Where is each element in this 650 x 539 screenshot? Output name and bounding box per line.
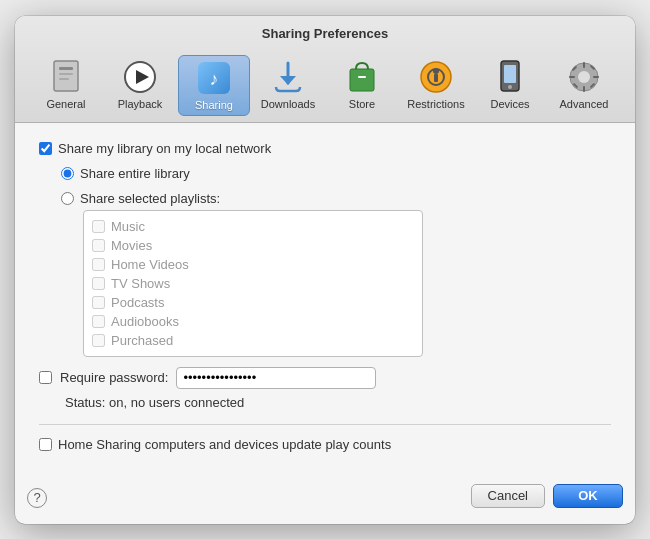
cancel-button[interactable]: Cancel bbox=[471, 484, 545, 508]
require-password-checkbox[interactable] bbox=[39, 371, 52, 384]
tab-general-label: General bbox=[46, 98, 85, 110]
playlist-box: Music Movies Home Videos TV Shows Podcas… bbox=[83, 210, 423, 357]
list-item: Podcasts bbox=[92, 293, 414, 312]
share-library-checkbox[interactable] bbox=[39, 142, 52, 155]
playlist-music-label: Music bbox=[111, 219, 145, 234]
playlist-purchased-checkbox[interactable] bbox=[92, 334, 105, 347]
footer: ? Cancel OK bbox=[15, 484, 635, 524]
svg-point-12 bbox=[433, 68, 439, 74]
password-row: Require password: bbox=[39, 367, 611, 389]
tab-sharing-label: Sharing bbox=[195, 99, 233, 111]
home-sharing-checkbox[interactable] bbox=[39, 438, 52, 451]
list-item: Purchased bbox=[92, 331, 414, 350]
tab-general[interactable]: General bbox=[30, 55, 102, 116]
divider bbox=[39, 424, 611, 425]
share-library-row: Share my library on my local network bbox=[39, 141, 611, 156]
titlebar: Sharing Preferences General bbox=[15, 16, 635, 123]
toolbar: General Playback bbox=[15, 49, 635, 122]
password-input[interactable] bbox=[176, 367, 376, 389]
tab-downloads-label: Downloads bbox=[261, 98, 315, 110]
svg-text:♪: ♪ bbox=[210, 69, 219, 89]
button-row: Cancel OK bbox=[471, 484, 623, 512]
playlist-tvshows-checkbox[interactable] bbox=[92, 277, 105, 290]
svg-rect-1 bbox=[59, 67, 73, 70]
svg-rect-3 bbox=[59, 78, 69, 80]
store-icon bbox=[344, 59, 380, 95]
window-title: Sharing Preferences bbox=[15, 26, 635, 41]
playlist-movies-checkbox[interactable] bbox=[92, 239, 105, 252]
svg-rect-21 bbox=[569, 76, 575, 78]
tab-advanced[interactable]: Advanced bbox=[548, 55, 620, 116]
list-item: Music bbox=[92, 217, 414, 236]
svg-rect-15 bbox=[504, 65, 516, 83]
tab-devices[interactable]: Devices bbox=[474, 55, 546, 116]
svg-point-16 bbox=[508, 85, 512, 89]
playlist-podcasts-checkbox[interactable] bbox=[92, 296, 105, 309]
playlist-homevideos-label: Home Videos bbox=[111, 257, 189, 272]
devices-icon bbox=[492, 59, 528, 95]
svg-rect-22 bbox=[593, 76, 599, 78]
svg-rect-0 bbox=[54, 61, 78, 91]
help-button[interactable]: ? bbox=[27, 488, 47, 508]
playlist-movies-label: Movies bbox=[111, 238, 152, 253]
share-entire-row: Share entire library bbox=[61, 166, 611, 181]
tab-restrictions-label: Restrictions bbox=[407, 98, 464, 110]
tab-store[interactable]: Store bbox=[326, 55, 398, 116]
share-selected-radio[interactable] bbox=[61, 192, 74, 205]
svg-rect-19 bbox=[583, 62, 585, 68]
status-text: Status: on, no users connected bbox=[65, 395, 611, 410]
tab-advanced-label: Advanced bbox=[560, 98, 609, 110]
share-entire-label[interactable]: Share entire library bbox=[80, 166, 190, 181]
downloads-icon bbox=[270, 59, 306, 95]
svg-rect-8 bbox=[350, 69, 374, 91]
svg-rect-2 bbox=[59, 73, 73, 75]
share-selected-label[interactable]: Share selected playlists: bbox=[80, 191, 220, 206]
tab-downloads[interactable]: Downloads bbox=[252, 55, 324, 116]
playback-icon bbox=[122, 59, 158, 95]
playlist-purchased-label: Purchased bbox=[111, 333, 173, 348]
tab-playback[interactable]: Playback bbox=[104, 55, 176, 116]
tab-restrictions[interactable]: Restrictions bbox=[400, 55, 472, 116]
home-sharing-label[interactable]: Home Sharing computers and devices updat… bbox=[58, 437, 391, 452]
share-selected-row: Share selected playlists: bbox=[61, 191, 611, 206]
list-item: Audiobooks bbox=[92, 312, 414, 331]
svg-rect-9 bbox=[358, 76, 366, 78]
playlist-music-checkbox[interactable] bbox=[92, 220, 105, 233]
home-sharing-row: Home Sharing computers and devices updat… bbox=[39, 437, 611, 452]
sharing-icon: ♪ bbox=[196, 60, 232, 96]
svg-rect-13 bbox=[434, 74, 438, 82]
general-icon bbox=[48, 59, 84, 95]
tab-playback-label: Playback bbox=[118, 98, 163, 110]
playlist-audiobooks-label: Audiobooks bbox=[111, 314, 179, 329]
tab-store-label: Store bbox=[349, 98, 375, 110]
window: Sharing Preferences General bbox=[15, 16, 635, 524]
require-password-label[interactable]: Require password: bbox=[60, 370, 168, 385]
svg-rect-20 bbox=[583, 86, 585, 92]
list-item: TV Shows bbox=[92, 274, 414, 293]
list-item: Movies bbox=[92, 236, 414, 255]
playlist-podcasts-label: Podcasts bbox=[111, 295, 164, 310]
list-item: Home Videos bbox=[92, 255, 414, 274]
restrictions-icon bbox=[418, 59, 454, 95]
playlist-audiobooks-checkbox[interactable] bbox=[92, 315, 105, 328]
svg-point-18 bbox=[578, 71, 590, 83]
playlist-homevideos-checkbox[interactable] bbox=[92, 258, 105, 271]
advanced-icon bbox=[566, 59, 602, 95]
share-library-label[interactable]: Share my library on my local network bbox=[58, 141, 271, 156]
share-entire-radio[interactable] bbox=[61, 167, 74, 180]
tab-devices-label: Devices bbox=[490, 98, 529, 110]
playlist-tvshows-label: TV Shows bbox=[111, 276, 170, 291]
ok-button[interactable]: OK bbox=[553, 484, 623, 508]
tab-sharing[interactable]: ♪ Sharing bbox=[178, 55, 250, 116]
content-area: Share my library on my local network Sha… bbox=[15, 123, 635, 484]
